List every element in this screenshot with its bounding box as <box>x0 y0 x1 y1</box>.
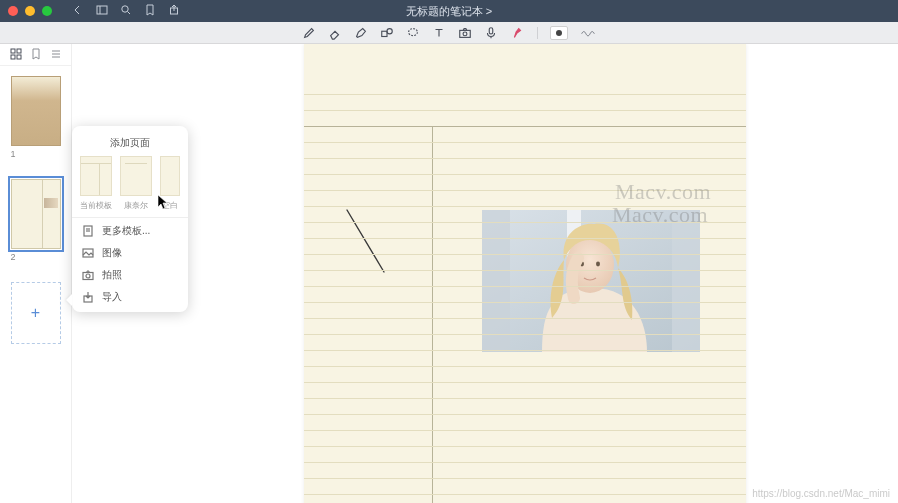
page-rule <box>304 158 746 159</box>
page-rule <box>304 286 746 287</box>
add-page-button[interactable]: + <box>11 282 61 344</box>
page-rule <box>304 238 746 239</box>
svg-rect-0 <box>97 6 107 14</box>
page-rule <box>304 366 746 367</box>
thumbnail-item[interactable]: 1 <box>11 76 61 159</box>
menu-label: 图像 <box>102 246 122 260</box>
page-thumbnail-selected <box>11 179 61 249</box>
menu-import[interactable]: 导入 <box>72 286 188 308</box>
text-tool-icon[interactable] <box>431 26 447 40</box>
image-icon <box>82 247 94 259</box>
mic-tool-icon[interactable] <box>483 26 499 40</box>
back-icon[interactable] <box>72 4 84 18</box>
page-rule <box>304 430 746 431</box>
page-rule <box>304 302 746 303</box>
traffic-lights <box>8 6 52 16</box>
footer-watermark: https://blog.csdn.net/Mac_mimi <box>752 488 890 499</box>
svg-rect-14 <box>17 55 21 59</box>
camera-icon <box>82 269 94 281</box>
plus-icon: + <box>31 304 40 322</box>
titlebar: 无标题的笔记本 > <box>0 0 898 22</box>
pen-tool-icon[interactable] <box>301 26 317 40</box>
svg-rect-20 <box>672 210 700 352</box>
canvas-area[interactable]: // placeholder will be replaced below af… <box>72 44 898 503</box>
page-rule <box>304 270 746 271</box>
svg-rect-13 <box>11 55 15 59</box>
bookmarks-tab-icon[interactable] <box>30 48 42 62</box>
template-option-cornell[interactable]: 康奈尔 <box>118 156 154 211</box>
page-rule <box>304 350 746 351</box>
template-row: 当前模板 康奈尔 空白 <box>72 156 188 211</box>
page-rule <box>304 398 746 399</box>
highlighter-tool-icon[interactable] <box>353 26 369 40</box>
titlebar-tools <box>72 4 180 18</box>
shapes-tool-icon[interactable] <box>379 26 395 40</box>
svg-point-2 <box>122 6 128 12</box>
share-icon[interactable] <box>168 4 180 18</box>
marker-tool-icon[interactable] <box>509 26 525 40</box>
thumbnail-item[interactable]: 2 <box>11 179 61 262</box>
svg-point-24 <box>596 262 600 267</box>
svg-point-9 <box>463 31 467 35</box>
menu-divider <box>72 217 188 218</box>
bookmark-icon[interactable] <box>144 4 156 18</box>
notebook-page[interactable]: // placeholder will be replaced below af… <box>304 44 746 503</box>
maximize-window-button[interactable] <box>42 6 52 16</box>
svg-rect-11 <box>11 49 15 53</box>
thumbnails-tab-icon[interactable] <box>10 48 22 62</box>
page-rule <box>304 446 746 447</box>
menu-more-templates[interactable]: 更多模板... <box>72 220 188 242</box>
template-option-current[interactable]: 当前模板 <box>78 156 114 211</box>
close-window-button[interactable] <box>8 6 18 16</box>
page-rule <box>304 254 746 255</box>
template-label: 当前模板 <box>80 200 112 211</box>
menu-label: 更多模板... <box>102 224 150 238</box>
embedded-image[interactable] <box>482 210 700 352</box>
thumb-label: 2 <box>11 252 61 262</box>
color-picker[interactable] <box>550 26 568 40</box>
outline-tab-icon[interactable] <box>50 48 62 62</box>
eraser-tool-icon[interactable] <box>327 26 343 40</box>
menu-image[interactable]: 图像 <box>72 242 188 264</box>
ink-stroke <box>342 208 392 278</box>
svg-point-6 <box>387 28 392 33</box>
svg-point-7 <box>408 28 417 35</box>
page-rule <box>304 414 746 415</box>
window-title: 无标题的笔记本 > <box>406 4 492 19</box>
sidebar-toggle-icon[interactable] <box>96 4 108 18</box>
search-icon[interactable] <box>120 4 132 18</box>
lasso-tool-icon[interactable] <box>405 26 421 40</box>
thumbnail-list: 1 2 + <box>0 66 71 354</box>
import-icon <box>82 291 94 303</box>
stroke-style-icon[interactable] <box>578 26 598 40</box>
page-rule <box>304 334 746 335</box>
page-rule <box>304 110 746 111</box>
sidebar-tabs <box>0 44 71 66</box>
page-rule <box>304 206 746 207</box>
svg-rect-5 <box>381 31 386 36</box>
page-rule <box>304 494 746 495</box>
page-thumbnail-cover <box>11 76 61 146</box>
menu-photo[interactable]: 拍照 <box>72 264 188 286</box>
page-rule <box>304 94 746 95</box>
template-icon <box>82 225 94 237</box>
popover-title: 添加页面 <box>72 134 188 156</box>
svg-rect-12 <box>17 49 21 53</box>
page-rule <box>304 462 746 463</box>
page-rule <box>304 222 746 223</box>
page-rule <box>304 478 746 479</box>
svg-rect-10 <box>489 27 493 33</box>
svg-rect-19 <box>482 210 510 352</box>
menu-label: 导入 <box>102 290 122 304</box>
sidebar: 1 2 + <box>0 44 72 503</box>
page-rule <box>304 174 746 175</box>
thumb-label: 1 <box>11 149 61 159</box>
minimize-window-button[interactable] <box>25 6 35 16</box>
page-rule <box>304 382 746 383</box>
camera-tool-icon[interactable] <box>457 26 473 40</box>
page-rule <box>304 126 746 127</box>
svg-point-30 <box>86 274 90 278</box>
template-option-blank[interactable]: 空白 <box>158 156 182 211</box>
template-label: 空白 <box>162 200 178 211</box>
page-rule <box>304 142 746 143</box>
